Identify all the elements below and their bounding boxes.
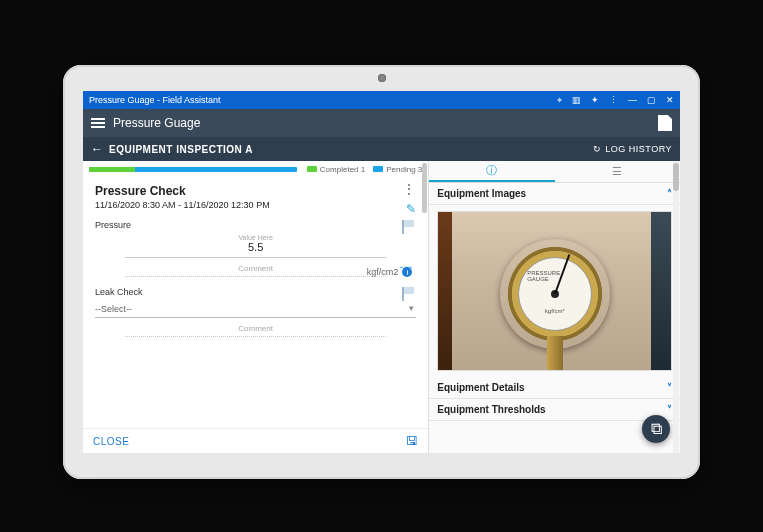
app-header: Pressure Guage bbox=[83, 109, 680, 137]
chevron-down-icon: ˅ bbox=[667, 404, 672, 415]
os-title: Pressure Guage - Field Assistant bbox=[89, 95, 557, 105]
progress-done bbox=[89, 167, 135, 172]
acc-thresholds-label: Equipment Thresholds bbox=[437, 404, 545, 415]
sub-header: ← EQUIPMENT INSPECTION A ↻ LOG HISTORY bbox=[83, 137, 680, 161]
field-leak: Leak Check --Select-- Comment bbox=[95, 287, 416, 337]
tab-info[interactable]: ⓘ bbox=[429, 161, 554, 182]
pressure-value-row: Value Here 5.5 bbox=[95, 234, 416, 253]
minimize-icon[interactable]: — bbox=[628, 96, 637, 105]
right-pane: ⓘ ☰ Equipment Images ˄ PRESSURE GAUGE kg bbox=[429, 161, 680, 453]
legend-pending: Pending 3 bbox=[373, 165, 422, 174]
tablet-frame: Pressure Guage - Field Assistant ⌖ ▥ ✦ ⋮… bbox=[63, 65, 700, 479]
maximize-icon[interactable]: ▢ bbox=[647, 96, 656, 105]
history-icon: ↻ bbox=[593, 144, 602, 154]
acc-images-label: Equipment Images bbox=[437, 188, 526, 199]
right-scrollbar-track bbox=[673, 161, 679, 453]
info-tab-icon: ⓘ bbox=[486, 163, 497, 178]
more-icon[interactable]: ⋮ bbox=[609, 96, 618, 105]
accordion-thresholds[interactable]: Equipment Thresholds ˅ bbox=[429, 399, 680, 421]
kebab-icon[interactable]: ⋮ bbox=[402, 184, 416, 194]
accordion-details[interactable]: Equipment Details ˅ bbox=[429, 377, 680, 399]
gauge-center bbox=[551, 290, 559, 298]
notes-icon[interactable]: ▥ bbox=[572, 96, 581, 105]
gauge-pipe bbox=[547, 336, 563, 370]
pressure-label: Pressure bbox=[95, 220, 416, 230]
copy-icon: ⧉ bbox=[651, 420, 662, 438]
pressure-value: 5.5 bbox=[238, 241, 273, 253]
os-window-controls: ⌖ ▥ ✦ ⋮ — ▢ ✕ bbox=[557, 96, 674, 105]
menu-icon[interactable] bbox=[91, 118, 105, 128]
leak-comment[interactable]: Comment bbox=[125, 324, 386, 337]
tab-list[interactable]: ☰ bbox=[555, 161, 680, 182]
legend-completed: Completed 1 bbox=[307, 165, 365, 174]
chevron-up-icon: ˄ bbox=[667, 188, 672, 199]
check-title: Pressure Check bbox=[95, 184, 416, 198]
breadcrumb: EQUIPMENT INSPECTION A bbox=[109, 144, 593, 155]
trend-icon[interactable]: 〰 bbox=[400, 262, 412, 276]
check-range: 11/16/2020 8:30 AM - 11/16/2020 12:30 PM bbox=[95, 200, 416, 210]
left-footer: CLOSE 🖫 bbox=[83, 428, 428, 453]
document-icon[interactable] bbox=[658, 115, 672, 131]
gauge-unit: kgf/cm² bbox=[545, 308, 565, 314]
equipment-image: PRESSURE GAUGE kgf/cm² bbox=[437, 211, 672, 371]
os-titlebar: Pressure Guage - Field Assistant ⌖ ▥ ✦ ⋮… bbox=[83, 91, 680, 109]
gauge-icon: PRESSURE GAUGE kgf/cm² bbox=[500, 239, 610, 349]
leak-label: Leak Check bbox=[95, 287, 416, 297]
leak-select[interactable]: --Select-- bbox=[95, 301, 416, 318]
image-beam-left bbox=[438, 212, 452, 370]
tablet-camera bbox=[378, 74, 386, 82]
progress-bar bbox=[89, 167, 297, 172]
pressure-value-box[interactable]: Value Here 5.5 bbox=[238, 234, 273, 253]
list-tab-icon: ☰ bbox=[612, 165, 622, 178]
accordion-images[interactable]: Equipment Images ˄ bbox=[429, 183, 680, 205]
back-icon[interactable]: ← bbox=[91, 142, 103, 156]
close-button[interactable]: CLOSE bbox=[93, 436, 129, 447]
save-icon[interactable]: 🖫 bbox=[406, 434, 418, 448]
gauge-label: PRESSURE GAUGE bbox=[527, 270, 582, 282]
log-history-button[interactable]: ↻ LOG HISTORY bbox=[593, 144, 672, 154]
flag-icon[interactable] bbox=[402, 287, 416, 297]
right-tabs: ⓘ ☰ bbox=[429, 161, 680, 183]
form-area: ⋮ Pressure Check ✎ 11/16/2020 8:30 AM - … bbox=[83, 178, 428, 428]
progress-legend: Completed 1 Pending 3 bbox=[307, 165, 422, 174]
flag-icon[interactable] bbox=[402, 220, 416, 230]
progress-row: Completed 1 Pending 3 bbox=[83, 161, 428, 178]
extension-icon[interactable]: ✦ bbox=[591, 96, 599, 105]
field-pressure: Pressure Value Here 5.5 kgf/cm2 i C bbox=[95, 220, 416, 277]
chevron-down-icon: ˅ bbox=[667, 382, 672, 393]
pressure-comment[interactable]: Comment bbox=[125, 264, 386, 277]
log-history-label: LOG HISTORY bbox=[605, 144, 672, 154]
close-window-icon[interactable]: ✕ bbox=[666, 96, 674, 105]
content-body: Completed 1 Pending 3 ⋮ Pressure Check ✎… bbox=[83, 161, 680, 453]
app-screen: Pressure Guage - Field Assistant ⌖ ▥ ✦ ⋮… bbox=[83, 91, 680, 453]
left-pane: Completed 1 Pending 3 ⋮ Pressure Check ✎… bbox=[83, 161, 429, 453]
edit-icon[interactable]: ✎ bbox=[406, 202, 416, 216]
pressure-value-header: Value Here bbox=[238, 234, 273, 241]
acc-details-label: Equipment Details bbox=[437, 382, 524, 393]
app-title: Pressure Guage bbox=[113, 116, 658, 130]
image-beam-right bbox=[651, 212, 671, 370]
left-scrollbar-thumb[interactable] bbox=[422, 163, 427, 213]
fab-copy-button[interactable]: ⧉ bbox=[642, 415, 670, 443]
leak-select-wrap: --Select-- bbox=[95, 301, 416, 318]
right-scrollbar-thumb[interactable] bbox=[673, 163, 679, 191]
location-icon[interactable]: ⌖ bbox=[557, 96, 562, 105]
pressure-underline bbox=[125, 257, 386, 258]
